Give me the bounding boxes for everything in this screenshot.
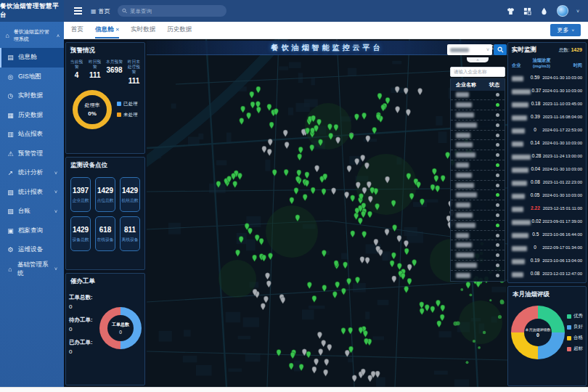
layout-grid-icon[interactable] xyxy=(523,7,532,15)
tab-home[interactable]: 首页 xyxy=(71,22,83,38)
realtime-row[interactable]: 0.372024-01-30 10:03:00 xyxy=(512,84,582,97)
device-stat-box: 618在线设备 xyxy=(95,216,115,251)
sidebar-item-site-report[interactable]: ▥站点报表 xyxy=(0,125,64,144)
realtime-row[interactable]: 0.022023-09-01 17:39:00 xyxy=(512,215,582,228)
enterprise-row[interactable] xyxy=(451,100,505,110)
realtime-row[interactable]: 0.042024-01-30 10:03:00 xyxy=(512,163,582,176)
realtime-row[interactable]: 0.52023-10-06 16:44:00 xyxy=(512,228,582,241)
realtime-panel: 实时监测 总数: 1429 企业 油烟浓度 (mg/m3) 时间 0.59202… xyxy=(507,42,587,283)
tabs: 首页信息舱×实时数据历史数据 xyxy=(71,22,192,38)
collapse-handle[interactable]: ˄ xyxy=(467,57,489,62)
sidebar-item-label: 台账 xyxy=(18,207,30,216)
sidebar-item-ledger[interactable]: ▨台账˅ xyxy=(0,202,64,221)
menu-search-box[interactable] xyxy=(118,5,226,17)
breadcrumb[interactable]: ▦ 首页 xyxy=(91,7,110,15)
enterprise-name-blurred xyxy=(456,253,474,258)
rating-legend: 优秀良好合格超标 xyxy=(567,313,583,352)
enterprise-row[interactable] xyxy=(451,140,505,150)
sidebar-item-archive-query[interactable]: ▣档案查询 xyxy=(0,221,64,241)
sidebar-item-info-cabin[interactable]: ▤信息舱 xyxy=(0,48,64,68)
enterprise-row[interactable] xyxy=(451,271,505,281)
enterprise-name-input[interactable] xyxy=(450,67,505,77)
status-dot-online xyxy=(496,224,499,227)
tab-history-data[interactable]: 历史数据 xyxy=(167,22,192,38)
enterprise-row[interactable] xyxy=(451,240,505,250)
enterprise-row[interactable] xyxy=(451,261,505,271)
base-system-icon: ⌂ xyxy=(7,266,14,273)
more-button[interactable]: 更多 ˅ xyxy=(550,24,581,36)
enterprise-row[interactable] xyxy=(451,221,505,231)
device-panel-title: 监测设备点位 xyxy=(66,158,144,172)
realtime-row[interactable]: 02024-01-17 22:53:00 xyxy=(512,123,582,136)
realtime-row[interactable]: 0.052024-01-30 10:03:00 xyxy=(512,189,582,202)
realtime-row[interactable]: 0.192023-10-06 13:04:00 xyxy=(512,254,582,267)
sidebar-item-base-system[interactable]: ⌂基础管理系统˅ xyxy=(0,260,64,279)
menu-search-input[interactable] xyxy=(130,8,222,15)
enterprise-row[interactable] xyxy=(451,121,505,131)
realtime-row[interactable]: 2.222023-12-15 01:11:00 xyxy=(512,202,582,215)
sidebar-group-header[interactable]: ⌂ 餐饮油烟监控管理系统 ˄ xyxy=(0,22,64,48)
navbar-actions: ˅ xyxy=(507,5,579,17)
workorder-total-label: 工单总数 xyxy=(112,322,129,328)
enterprise-row[interactable] xyxy=(451,171,505,181)
alarm-stat-value: 111 xyxy=(128,77,140,85)
realtime-row[interactable]: 0.082023-11-01 22:23:00 xyxy=(512,176,582,189)
company-name-blurred xyxy=(512,168,528,173)
enterprise-row[interactable] xyxy=(451,160,505,171)
company-name-blurred xyxy=(512,181,527,186)
enterprise-row[interactable] xyxy=(451,200,505,211)
sidebar-bottom-group: ⌂基础管理系统˅ xyxy=(0,260,64,279)
realtime-company-cell xyxy=(512,228,528,241)
alarm-stats: 当前预警4昨日预警111本月预警3698昨日未处理预警111 xyxy=(66,57,144,85)
enterprise-search-button[interactable] xyxy=(494,44,507,55)
workorder-panel-title: 催办工单 xyxy=(66,274,144,288)
enterprise-table: 企业名称 状态 xyxy=(450,78,505,282)
enterprise-row[interactable] xyxy=(451,131,505,141)
theme-skin-icon[interactable] xyxy=(507,7,515,15)
sidebar-item-label: 实时数据 xyxy=(18,91,43,100)
enterprise-row[interactable] xyxy=(451,190,505,200)
realtime-row[interactable]: 0.282023-11-24 13:00:00 xyxy=(512,150,582,163)
realtime-row[interactable]: 0.142024-01-30 10:03:00 xyxy=(512,136,582,150)
user-avatar[interactable] xyxy=(557,5,568,17)
enterprise-row[interactable] xyxy=(451,91,505,101)
enterprise-row[interactable] xyxy=(451,250,505,261)
sidebar-item-statistics-report[interactable]: ▧统计报表˅ xyxy=(0,183,64,203)
device-stat-box: 1397企业总数 xyxy=(70,177,91,212)
sidebar-item-device-ops[interactable]: ⚙运维设备 xyxy=(0,240,64,260)
flame-icon[interactable] xyxy=(540,7,549,15)
sidebar-item-gis-map[interactable]: ◎GIS地图 xyxy=(0,68,64,87)
realtime-rows: 0.592024-01-30 10:03:000.372024-01-30 10… xyxy=(508,71,586,283)
realtime-company-cell xyxy=(512,150,531,163)
realtime-row[interactable]: 0.182023-11-10 03:45:00 xyxy=(512,97,582,110)
close-icon[interactable]: × xyxy=(116,26,120,33)
enterprise-row[interactable] xyxy=(451,110,505,121)
menu-toggle-icon[interactable] xyxy=(74,10,82,12)
tab-info-cabin[interactable]: 信息舱× xyxy=(95,22,119,38)
enterprise-select[interactable]: ˅ xyxy=(447,44,492,55)
tab-realtime-data[interactable]: 实时数据 xyxy=(131,22,155,38)
enterprise-row[interactable] xyxy=(451,181,505,191)
realtime-row[interactable]: 02022-09-17 01:34:00 xyxy=(512,241,582,254)
realtime-row[interactable]: 0.392023-11-16 08:04:00 xyxy=(512,110,582,123)
process-rate-value: 0% xyxy=(88,110,97,117)
enterprise-name-blurred xyxy=(456,192,477,197)
enterprise-name-blurred xyxy=(456,113,474,118)
sidebar-item-history-data[interactable]: ▦历史数据 xyxy=(0,106,64,126)
realtime-row[interactable]: 0.082023-12-03 12:47:00 xyxy=(512,267,582,280)
alarm-legend: 已处理未处理 xyxy=(117,101,138,118)
realtime-total-value: 1429 xyxy=(571,47,582,52)
alarm-legend-label: 未处理 xyxy=(123,112,138,118)
sidebar-item-label: 站点报表 xyxy=(18,130,43,139)
sidebar-item-statistics-analysis[interactable]: ↗统计分析˅ xyxy=(0,163,64,183)
sidebar-item-alert-management[interactable]: ⚠预警管理 xyxy=(0,144,64,164)
company-name-blurred xyxy=(512,102,528,107)
realtime-row[interactable]: 0.592024-01-30 10:03:00 xyxy=(512,71,582,84)
enterprise-row[interactable] xyxy=(451,211,505,221)
enterprise-row[interactable] xyxy=(451,150,505,160)
sidebar-item-realtime-data[interactable]: ◷实时数据 xyxy=(0,86,64,106)
device-ops-icon: ⚙ xyxy=(7,246,15,253)
page: 餐饮油烟管理智慧平台 ▦ 首页 ˅ xyxy=(0,0,588,392)
chevron-down-icon[interactable]: ˅ xyxy=(576,9,579,14)
enterprise-row[interactable] xyxy=(451,231,505,241)
